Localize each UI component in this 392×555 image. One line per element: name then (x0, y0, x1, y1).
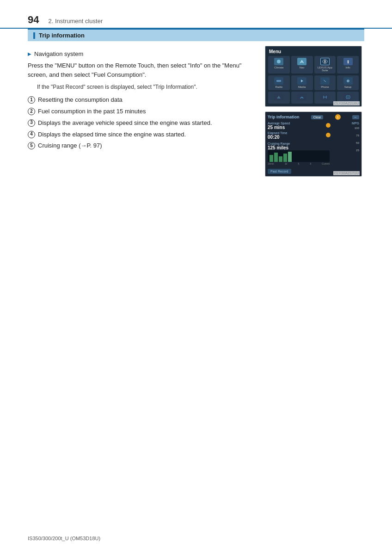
avg-speed-value: 25 mins (268, 125, 330, 130)
chart-label-current: Current (322, 162, 330, 165)
chart-label-0: 0 (310, 162, 311, 165)
nav-item-label: Navigation system (34, 50, 83, 57)
trip-screen-header: Trip Information Clear 1 ← (268, 114, 359, 120)
extra2-icon (297, 93, 306, 101)
menu-screen-title: Menu (268, 49, 359, 54)
media-label: Media (298, 86, 306, 88)
past-record-button: Past Record (268, 169, 291, 174)
lexus-app-label: LEXUS App Suite (315, 66, 335, 72)
extra4-icon (343, 93, 353, 101)
cruise-chart (268, 150, 330, 162)
page-footer: IS350/300/200t_U (OM53D18U) (28, 536, 100, 541)
nav-arrow-icon: ▶ (28, 51, 31, 56)
chart-bar-1 (270, 155, 273, 162)
circle-num-3: 3 (28, 119, 35, 127)
screen-badge-2 (326, 123, 331, 128)
menu-item-nav: Nav (291, 56, 313, 74)
footer-text: IS350/300/200t_U (OM53D18U) (28, 536, 100, 541)
trip-left-panel: Average Speed 25 mins Elapsed Time 00:20 (268, 122, 330, 174)
svg-point-2 (347, 61, 349, 62)
list-item-text-3: Displays the average vehicle speed since… (38, 119, 212, 128)
menu-item-radio: Radio (268, 75, 290, 90)
trip-num-badge: 1 (335, 114, 341, 120)
numbered-list: 1 Resetting the consumption data 2 Fuel … (28, 96, 257, 150)
chart-label-10: 10 (285, 162, 288, 165)
svg-marker-7 (277, 96, 281, 99)
radio-icon (274, 77, 283, 85)
nav-label: Nav (300, 66, 305, 69)
climate-label: Climate (274, 66, 283, 69)
lexus-app-icon (320, 58, 330, 65)
cruise-range-section: Cruising Range 125 miles (268, 142, 330, 165)
menu-grid-top: Climate Nav (268, 56, 359, 74)
list-item: 2 Fuel consumption in the past 15 minute… (28, 107, 257, 116)
images-column: Menu Climate Nav (265, 46, 364, 177)
menu-item-extra1 (268, 92, 290, 104)
menu-screen: Menu Climate Nav (265, 46, 361, 106)
screen-badge-2b (326, 133, 331, 137)
svg-rect-3 (348, 62, 349, 63)
menu-item-setup: Setup (337, 75, 359, 90)
elapsed-time-section: Elapsed Time 00:20 (268, 131, 330, 140)
chart-bar-2 (274, 153, 278, 162)
trip-screen-image: Trip Information Clear 1 ← Average Speed… (265, 111, 362, 177)
list-item: 1 Resetting the consumption data (28, 96, 257, 105)
cruise-label: Cruising Range (268, 142, 330, 145)
trip-right-panel: MPG 100 75 50 25 (331, 122, 359, 174)
menu-item-climate: Climate (268, 56, 290, 74)
list-item-text-2: Fuel consumption in the past 15 minutes (38, 107, 146, 116)
menu-item-info: Info (337, 56, 359, 74)
elapsed-value: 00:20 (268, 135, 330, 140)
mpg-25: 25 (356, 149, 359, 152)
chart-bar-current (288, 152, 292, 162)
trip-back-button: ← (352, 115, 359, 119)
list-item-text-1: Resetting the consumption data (38, 96, 122, 105)
circle-num-5: 5 (28, 142, 35, 149)
setup-label: Setup (344, 86, 352, 88)
climate-icon (274, 58, 283, 65)
extra3-icon (320, 93, 330, 101)
circle-num-2: 2 (28, 108, 35, 115)
svg-rect-4 (276, 80, 281, 82)
info-label: Info (346, 66, 350, 69)
nav-icon (297, 58, 306, 65)
elapsed-label: Elapsed Time (268, 131, 330, 135)
chart-bar-4 (283, 154, 287, 162)
menu-grid-bottom: Radio Media Phone (268, 75, 359, 90)
menu-item-lexus-app: LEXUS App Suite (314, 56, 336, 74)
cruise-value: 125 miles (268, 145, 330, 150)
menu-item-phone: Phone (314, 75, 336, 90)
screen1-label: CLY20AZ216U (333, 101, 360, 105)
trip-content: Average Speed 25 mins Elapsed Time 00:20 (268, 122, 359, 174)
list-item: 5 Cruising range (→P. 97) (28, 142, 257, 150)
nav-item: ▶ Navigation system (28, 50, 257, 57)
chart-label-5: 5 (298, 162, 299, 165)
menu-item-extra2 (291, 92, 313, 104)
svg-point-6 (348, 80, 348, 81)
radio-label: Radio (276, 86, 283, 88)
info-icon (343, 58, 353, 65)
phone-label: Phone (321, 86, 329, 88)
mpg-100: 100 (355, 127, 359, 130)
mpg-label: MPG (331, 122, 359, 125)
avg-speed-section: Average Speed 25 mins (268, 122, 330, 130)
setup-icon (343, 77, 353, 85)
menu-item-media: Media (291, 75, 313, 90)
svg-point-0 (277, 60, 281, 63)
page-header: 94 2. Instrument cluster (0, 0, 392, 29)
chart-labels: 15min 10 5 0 Current (268, 162, 330, 165)
section-title-bar: Trip information (28, 30, 364, 41)
list-item-text-4: Displays the elapsed time since the engi… (38, 130, 186, 139)
menu-screen-image: Menu Climate Nav (265, 46, 362, 107)
section-title: Trip information (39, 32, 85, 39)
trip-screen: Trip Information Clear 1 ← Average Speed… (265, 112, 361, 176)
paragraph-1: Press the "MENU" button on the Remote To… (28, 61, 257, 79)
list-item: 3 Displays the average vehicle speed sin… (28, 119, 257, 128)
mpg-50: 50 (356, 142, 359, 144)
list-item: 4 Displays the elapsed time since the en… (28, 130, 257, 139)
text-column: ▶ Navigation system Press the "MENU" but… (28, 46, 257, 177)
chapter-title: 2. Instrument cluster (48, 18, 103, 25)
mpg-scale: 100 75 50 25 (331, 127, 359, 152)
page-number: 94 (28, 14, 39, 26)
menu-item-extra3 (314, 92, 336, 104)
